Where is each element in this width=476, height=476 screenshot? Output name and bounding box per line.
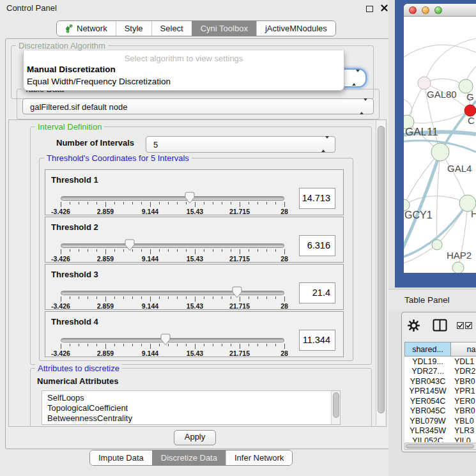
horizontal-scrollbar[interactable]	[404, 443, 476, 450]
number-of-intervals-value: 5	[153, 140, 158, 150]
vertical-scrollbar[interactable]	[376, 121, 385, 426]
list-scrollbar[interactable]	[331, 391, 340, 424]
attribute-list-item[interactable]: BetweennessCentrality	[42, 413, 340, 424]
network-node[interactable]	[418, 77, 431, 89]
slider-ticks	[61, 202, 284, 208]
tab-infer-network[interactable]: Infer Network	[226, 450, 292, 465]
threshold-slider[interactable]: -3.4262.8599.14415.4321.71528	[61, 239, 284, 261]
table-row[interactable]: YLR345WYLR3	[404, 426, 476, 436]
table-row[interactable]: YPR145WYPR1	[404, 387, 476, 397]
slider-track[interactable]	[61, 196, 284, 201]
gear-icon[interactable]	[408, 319, 420, 332]
column-header[interactable]: shared...	[404, 342, 451, 357]
cyni-toolbox-panel: Discretization Algorithm Select algorith…	[5, 38, 390, 449]
apply-button[interactable]: Apply	[174, 430, 216, 445]
threshold-slider[interactable]: -3.4262.8599.14415.4321.71528	[61, 286, 284, 308]
tab-jactivemnodules[interactable]: jActiveMNodules	[256, 21, 335, 36]
table-cell: YBR0	[451, 406, 475, 415]
network-icon	[65, 24, 73, 33]
close-icon[interactable]	[381, 4, 388, 12]
threshold-panel: Threshold 1 -3.4262.8599.14415.4321.7152…	[45, 169, 344, 215]
tab-impute-data[interactable]: Impute Data	[90, 450, 152, 465]
bottom-tab-bar: Impute DataDiscretize DataInfer Network	[89, 450, 293, 466]
table-row[interactable]: YDR27...YDR2	[404, 367, 476, 377]
tab-label: Impute Data	[98, 453, 144, 463]
tab-cyni-toolbox[interactable]: Cyni Toolbox	[192, 21, 256, 36]
split-table-icon[interactable]	[433, 319, 447, 332]
slider-axis-labels: -3.4262.8599.14415.4321.71528	[61, 255, 284, 263]
table-header-row: shared...na	[404, 342, 476, 357]
group-title: Discretization Algorithm	[16, 41, 108, 50]
threshold-panel: Threshold 3 -3.4262.8599.14415.4321.7152…	[45, 264, 344, 310]
network-node[interactable]	[452, 262, 464, 273]
checkbox-icon[interactable]	[465, 322, 472, 329]
tab-label: Style	[125, 24, 143, 33]
minimize-traffic-light-icon[interactable]	[422, 6, 429, 14]
network-node[interactable]	[431, 143, 449, 161]
tab-select[interactable]: Select	[151, 21, 192, 36]
network-node[interactable]	[432, 240, 442, 250]
slider-ticks	[61, 249, 284, 255]
number-of-intervals-combobox[interactable]: 5	[146, 136, 335, 153]
combo-stepper-icon[interactable]	[321, 139, 329, 150]
tab-network[interactable]: Network	[57, 21, 116, 36]
threshold-label: Threshold 4	[51, 317, 98, 326]
checkbox-icon[interactable]	[457, 322, 464, 329]
attribute-list-item[interactable]: TopologicalCoefficient	[42, 403, 340, 413]
table-cell: YLR345W	[404, 426, 451, 435]
table-data-combobox[interactable]: galFiltered.sif default node	[22, 98, 374, 114]
network-view-window[interactable]: GAL80GCGAL11GAL4GCY1HHAP2	[404, 4, 476, 273]
threshold-value-field[interactable]: 14.713	[299, 188, 335, 209]
tab-label: Select	[160, 24, 183, 33]
dropdown-option-equal-width-frequency[interactable]: Equal Width/Frequency Discretization	[27, 77, 171, 86]
threshold-slider[interactable]: -3.4262.8599.14415.4321.71528	[61, 192, 284, 213]
threshold-value-field[interactable]: 6.316	[299, 235, 335, 256]
network-edge	[404, 196, 468, 205]
table-row[interactable]: YBR043CYBR0	[404, 376, 476, 387]
numerical-attributes-list[interactable]: SelfLoopsTopologicalCoefficientBetweenne…	[42, 390, 341, 425]
combo-stepper-icon[interactable]	[360, 101, 367, 112]
threshold-value-field[interactable]: 21.4	[299, 282, 335, 303]
tab-style[interactable]: Style	[116, 21, 151, 36]
table-row[interactable]: YBR045CYBR0	[404, 406, 476, 417]
node-label: GAL4	[447, 163, 472, 174]
attributes-group: Attributes to discretize Numerical Attri…	[30, 368, 372, 427]
table-row[interactable]: YBL079WYBL0	[404, 416, 476, 426]
close-traffic-light-icon[interactable]	[409, 6, 417, 14]
group-title: Threshold's Coordinates for 5 Intervals	[44, 153, 192, 163]
threshold-slider[interactable]: -3.4262.8599.14415.4321.71528	[61, 334, 284, 355]
column-header[interactable]: na	[451, 342, 476, 357]
table-row[interactable]: YER054CYER0	[404, 396, 476, 406]
node-label: H	[471, 208, 476, 219]
table-cell: YBL0	[451, 417, 474, 426]
table-row[interactable]: YDL19...YDL1	[404, 357, 476, 367]
tab-label: Discretize Data	[161, 453, 217, 463]
attribute-list-item[interactable]: SelfLoops	[42, 393, 340, 403]
network-view-frame: GAL80GCGAL11GAL4GCY1HHAP2	[395, 0, 476, 288]
combo-stepper-icon[interactable]	[352, 72, 360, 84]
network-graph-canvas[interactable]: GAL80GCGAL11GAL4GCY1HHAP2	[404, 17, 476, 273]
float-window-icon[interactable]	[366, 6, 373, 12]
tab-label: Network	[77, 24, 107, 33]
horizontal-scrollbar-thumb[interactable]	[406, 444, 474, 449]
slider-track[interactable]	[61, 338, 284, 342]
tab-discretize-data[interactable]: Discretize Data	[152, 450, 226, 465]
table-cell: YBR045C	[404, 406, 451, 415]
threshold-value-field[interactable]: 11.344	[299, 330, 335, 351]
dropdown-option-manual-discretization[interactable]: Manual Discretization	[27, 65, 116, 74]
slider-track[interactable]	[61, 291, 284, 295]
vertical-scrollbar-thumb[interactable]	[378, 126, 385, 413]
node-label: HAP2	[447, 250, 472, 261]
table-rows: YDL19...YDL1YDR27...YDR2YBR043CYBR0YPR14…	[404, 357, 476, 442]
slider-track[interactable]	[61, 243, 284, 248]
control-panel: Control Panel NetworkStyleSelectCyni Too…	[0, 0, 391, 476]
slider-axis-labels: -3.4262.8599.14415.4321.71528	[61, 208, 284, 215]
group-title: Interval Definition	[35, 122, 104, 132]
algorithm-dropdown-popup: Select algorithm to view settings Manual…	[23, 50, 344, 91]
table-panel-titlebar: Table Panel	[388, 289, 476, 311]
list-scrollbar-thumb[interactable]	[333, 392, 339, 418]
interval-definition-group: Interval Definition Number of Intervals …	[30, 127, 372, 365]
table-cell: YDR27...	[404, 367, 451, 376]
zoom-traffic-light-icon[interactable]	[434, 6, 442, 14]
table-row[interactable]: YIL052CYIL0	[404, 436, 476, 442]
